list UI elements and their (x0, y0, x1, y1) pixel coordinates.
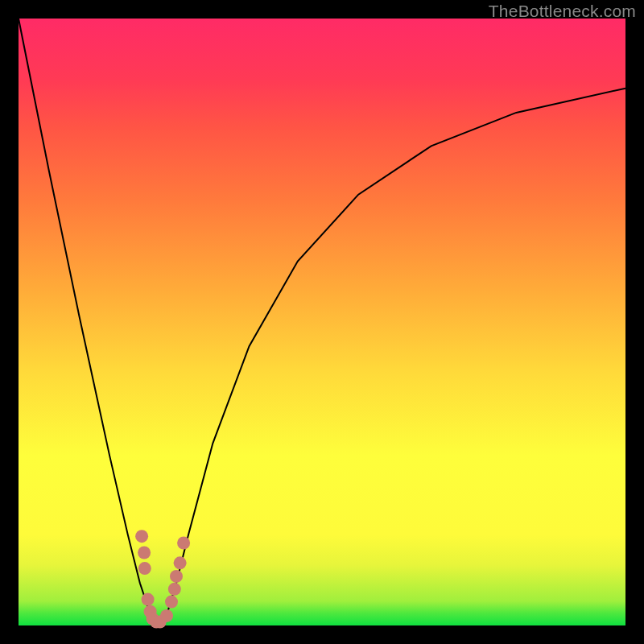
chart-svg (19, 19, 625, 625)
marker-group (135, 530, 190, 628)
marker-dot (138, 547, 151, 559)
marker-dot (160, 609, 173, 622)
marker-dot (142, 593, 155, 606)
watermark-text: TheBottleneck.com (489, 2, 636, 21)
marker-dot (174, 556, 187, 569)
marker-dot (135, 530, 148, 543)
marker-dot (165, 596, 178, 609)
bottleneck-curve (19, 19, 625, 623)
marker-dot (170, 570, 183, 583)
chart-frame: TheBottleneck.com (0, 0, 644, 644)
marker-dot (168, 583, 181, 596)
marker-dot (138, 562, 151, 575)
marker-dot (177, 537, 190, 550)
